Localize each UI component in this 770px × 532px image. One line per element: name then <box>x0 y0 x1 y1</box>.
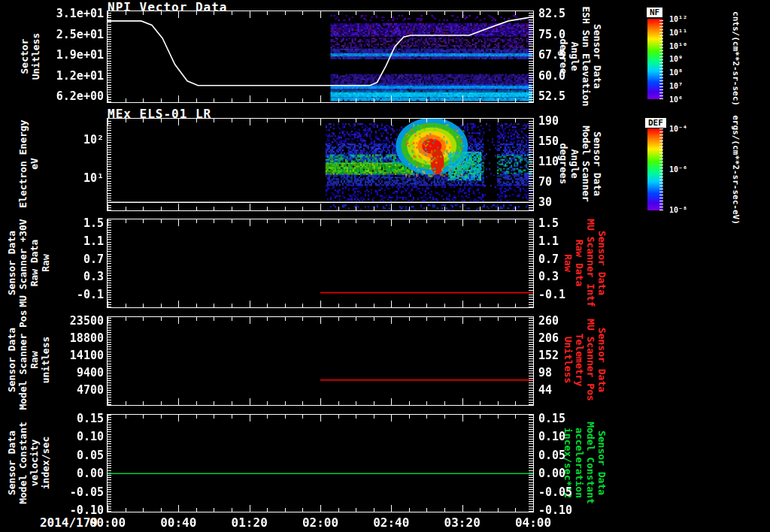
axis-tick-label: 0.10 <box>77 430 104 443</box>
axis-tick-label: 3.1e+01 <box>56 7 104 20</box>
axis-tick-label: 98 <box>538 366 552 379</box>
axis-tick-label: 9400 <box>77 366 104 379</box>
npi-line-overlay <box>108 11 533 102</box>
def-colorbar-ticks <box>659 128 663 210</box>
axis-tick-label: 10¹⁰ <box>669 41 687 50</box>
els-baseline-overlay <box>108 119 533 210</box>
velocity-line-overlay <box>108 415 533 512</box>
axis-tick-label: 82.5 <box>538 7 565 20</box>
axis-tick-label: 1.1 <box>538 234 559 248</box>
axis-tick-label: 75.0 <box>538 28 565 41</box>
axis-tick-label: 70 <box>538 175 552 189</box>
time-tick-label: 02:00 <box>302 515 338 530</box>
axis-tick-label: 1.9e+01 <box>56 48 104 62</box>
axis-tick-label: 10⁹ <box>669 55 683 63</box>
axis-tick-label: 0.05 <box>77 449 104 462</box>
axis-tick-label: 0.00 <box>77 467 104 480</box>
scanner-pos-right-axis-title: Sensor Data MU Scanner Pos Telemetry Uni… <box>562 319 608 401</box>
multi-panel-plot-screen: NPI Vector Data MEx ELS-01 LR Sector Uni… <box>0 0 770 532</box>
els-right-axis-title: Sensor Data Model Scanner Angle degrees <box>558 125 603 202</box>
mu-intf-left-axis-title: Sensor Data MU Scanner +30V Raw Data Raw <box>6 219 51 307</box>
axis-tick-label: 30 <box>538 195 552 209</box>
axis-tick-label: 0.3 <box>538 270 559 283</box>
axis-tick-label: 10² <box>83 133 104 147</box>
axis-tick-label: 10⁶ <box>669 95 683 104</box>
axis-tick-label: 0.15 <box>538 412 565 425</box>
nf-colorbar-unit: cnts/(cm**2-sr-sec) <box>731 11 740 106</box>
axis-tick-label: 10⁻⁶ <box>669 165 687 174</box>
axis-tick-label: 0.7 <box>83 252 104 266</box>
axis-tick-label: 0.10 <box>538 430 565 443</box>
time-tick-label: 00:40 <box>160 515 196 530</box>
mu-intf-right-axis-title: Sensor Data MU Scanner Intf Raw Data Raw <box>562 219 608 307</box>
panel-mu-intf-plot <box>107 219 534 308</box>
axis-tick-label: 10⁻⁴ <box>669 125 687 133</box>
axis-tick-label: 0.3 <box>83 270 104 283</box>
time-tick-label: 03:20 <box>444 515 480 530</box>
panel-npi-plot <box>107 11 534 103</box>
velocity-left-axis-title: Sensor Data Model Constant velocity inde… <box>6 422 51 504</box>
axis-tick-label: -0.1 <box>538 288 565 301</box>
axis-tick-label: -0.05 <box>538 485 572 499</box>
scanner-pos-left-axis-title: Sensor Data Model Scanner Pos Raw unitle… <box>6 310 51 410</box>
panel-els-plot <box>107 118 534 211</box>
axis-tick-label: 60.0 <box>538 69 565 83</box>
axis-tick-label: 150 <box>538 135 559 148</box>
mu-intf-line-overlay <box>108 219 533 307</box>
axis-tick-label: 6.2e+00 <box>56 89 104 103</box>
axis-tick-label: 1.1 <box>83 234 104 248</box>
nf-button[interactable]: NF <box>647 8 662 17</box>
axis-tick-label: -0.1 <box>77 288 104 301</box>
axis-tick-label: 1.2e+01 <box>56 69 104 83</box>
time-tick-label: 02:40 <box>373 515 409 530</box>
axis-tick-label: 0.05 <box>538 449 565 462</box>
axis-tick-label: 2.5e+01 <box>56 28 104 41</box>
axis-tick-label: 10¹² <box>669 15 687 23</box>
axis-tick-label: 67.5 <box>538 48 565 62</box>
axis-tick-label: 110 <box>538 155 559 168</box>
axis-tick-label: 14100 <box>70 349 104 362</box>
axis-tick-label: 18800 <box>70 331 104 345</box>
axis-tick-label: 10⁷ <box>669 82 683 90</box>
time-tick-label: 04:00 <box>515 515 551 530</box>
time-tick-label: 00:00 <box>89 515 126 530</box>
panel-velocity-plot <box>107 414 534 512</box>
els-left-axis-title: Electron Energy eV <box>17 119 40 207</box>
axis-tick-label: 44 <box>538 383 552 397</box>
axis-tick-label: 52.5 <box>538 89 565 103</box>
nf-colorbar-ticks <box>659 19 663 99</box>
axis-tick-label: 1.5 <box>538 216 559 230</box>
axis-tick-label: -0.05 <box>70 485 104 499</box>
axis-tick-label: 10¹¹ <box>669 28 687 36</box>
axis-tick-label: 10⁸ <box>669 68 683 77</box>
axis-tick-label: 0.7 <box>538 252 559 266</box>
axis-tick-label: 10⁻⁸ <box>669 206 687 214</box>
axis-tick-label: 0.00 <box>538 467 565 480</box>
axis-tick-label: 206 <box>538 331 559 345</box>
def-colorbar-unit: ergs/(cm**2-sr-sec-eV) <box>731 115 740 225</box>
axis-tick-label: 1.5 <box>83 216 104 230</box>
axis-tick-label: 190 <box>538 114 559 128</box>
panel-scanner-pos-plot <box>107 316 534 406</box>
npi-left-axis-title: Sector Unitless <box>19 33 41 80</box>
axis-tick-label: 4700 <box>77 383 104 397</box>
def-button[interactable]: DEF <box>645 118 666 128</box>
axis-tick-label: 23500 <box>70 314 104 328</box>
axis-tick-label: 260 <box>538 314 559 328</box>
axis-tick-label: 152 <box>538 349 559 362</box>
time-tick-label: 01:20 <box>232 515 268 530</box>
axis-tick-label: 0.15 <box>77 412 104 425</box>
scanner-pos-line-overlay <box>108 317 533 405</box>
axis-tick-label: 10¹ <box>83 171 104 185</box>
